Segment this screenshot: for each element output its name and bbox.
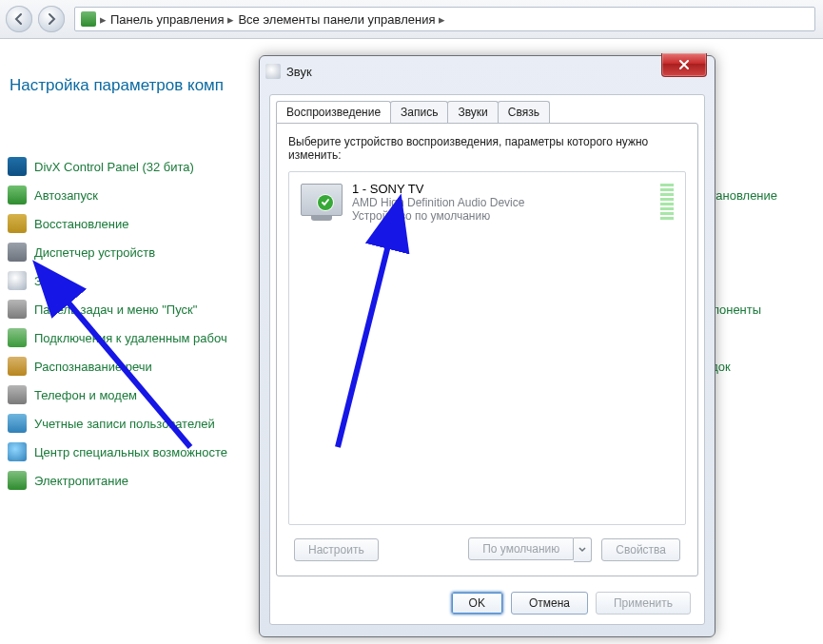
cp-item-label[interactable]: Телефон и модем: [34, 388, 137, 402]
nav-forward-button[interactable]: [38, 6, 65, 32]
dialog-title: Звук: [286, 65, 312, 79]
divx-icon: [8, 157, 27, 176]
page-title: Настройка параметров комп: [10, 76, 224, 95]
cp-item-label[interactable]: Учетные записи пользователей: [34, 417, 215, 431]
sound-dialog: Звук Воспроизведение Запись Звуки Связь …: [259, 55, 715, 637]
tab-playback[interactable]: Воспроизведение: [276, 101, 391, 123]
chevron-right-icon: ▸: [227, 12, 234, 27]
recovery-icon: [8, 214, 27, 233]
set-default-button[interactable]: По умолчанию: [468, 537, 574, 560]
remote-icon: [8, 328, 27, 347]
cp-item-label[interactable]: Автозапуск: [34, 188, 98, 203]
chevron-right-icon: ▸: [439, 12, 445, 27]
tab-communications[interactable]: Связь: [498, 101, 550, 123]
cp-item-label[interactable]: Панель задач и меню "Пуск": [34, 302, 197, 317]
cancel-button[interactable]: Отмена: [511, 592, 588, 615]
breadcrumb[interactable]: ▸ Панель управления ▸ Все элементы панел…: [74, 7, 815, 31]
breadcrumb-item[interactable]: Все элементы панели управления: [238, 12, 435, 27]
device-driver: AMD High Definition Audio Device: [352, 196, 651, 209]
set-default-split-button[interactable]: По умолчанию: [468, 537, 592, 562]
ok-button[interactable]: OK: [451, 592, 503, 615]
cp-item-label[interactable]: Звук: [34, 274, 60, 288]
speaker-icon: [265, 64, 281, 79]
cp-item-label[interactable]: Диспетчер устройств: [34, 245, 155, 260]
close-button[interactable]: [661, 53, 707, 77]
device-manager-icon: [8, 243, 27, 262]
users-icon: [8, 414, 27, 433]
speech-icon: [8, 357, 27, 376]
device-text: 1 - SONY TV AMD High Definition Audio De…: [352, 182, 651, 223]
sound-icon: [8, 271, 27, 290]
device-list[interactable]: 1 - SONY TV AMD High Definition Audio De…: [288, 171, 686, 525]
dialog-body: Воспроизведение Запись Звуки Связь Выбер…: [269, 94, 705, 625]
properties-button[interactable]: Свойства: [601, 538, 680, 561]
control-panel-icon: [81, 11, 96, 27]
set-default-dropdown[interactable]: [574, 537, 592, 562]
instruction-text: Выберите устройство воспроизведения, пар…: [288, 135, 686, 162]
tab-sounds[interactable]: Звуки: [447, 101, 498, 123]
configure-button[interactable]: Настроить: [294, 538, 379, 561]
close-icon: [677, 59, 691, 70]
cp-item-label[interactable]: Электропитание: [34, 474, 128, 488]
tab-playback-page: Выберите устройство воспроизведения, пар…: [276, 123, 698, 576]
phone-icon: [8, 385, 27, 404]
power-icon: [8, 471, 27, 490]
device-status: Устройство по умолчанию: [352, 209, 651, 223]
dialog-footer: OK Отмена Применить: [270, 592, 704, 615]
dialog-titlebar[interactable]: Звук: [260, 56, 715, 87]
cp-item-label[interactable]: Подключения к удаленным рабоч: [34, 331, 227, 345]
taskbar-icon: [8, 300, 27, 319]
cp-item-label[interactable]: Распознавание речи: [34, 360, 152, 374]
tab-recording[interactable]: Запись: [390, 101, 448, 123]
chevron-right-icon: ▸: [100, 12, 107, 27]
cp-item-label[interactable]: DivX Control Panel (32 бита): [34, 160, 194, 174]
device-row[interactable]: 1 - SONY TV AMD High Definition Audio De…: [289, 172, 685, 232]
ease-icon: [8, 442, 27, 461]
autoplay-icon: [8, 185, 27, 205]
breadcrumb-item[interactable]: Панель управления: [110, 12, 224, 27]
nav-back-button[interactable]: [6, 6, 32, 32]
apply-button[interactable]: Применить: [596, 592, 691, 615]
default-check-icon: [318, 195, 333, 210]
address-bar: ▸ Панель управления ▸ Все элементы панел…: [0, 0, 823, 39]
chevron-down-icon: [578, 547, 586, 553]
tabpage-buttons: Настроить По умолчанию Свойства: [294, 537, 680, 562]
signal-meter: [660, 184, 674, 220]
cp-item-label[interactable]: Центр специальных возможносте: [34, 445, 227, 459]
tabs: Воспроизведение Запись Звуки Связь: [276, 101, 549, 123]
device-name: 1 - SONY TV: [352, 182, 651, 196]
cp-item-label[interactable]: Восстановление: [34, 217, 128, 231]
